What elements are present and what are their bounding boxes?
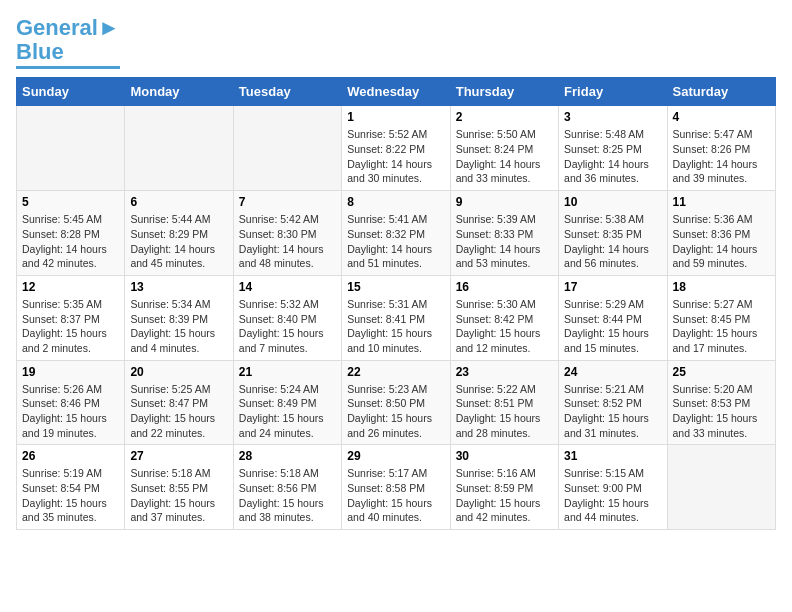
- calendar-cell: 8 Sunrise: 5:41 AMSunset: 8:32 PMDayligh…: [342, 191, 450, 276]
- header-day: Wednesday: [342, 78, 450, 106]
- calendar-cell: [667, 445, 775, 530]
- cell-info: Sunrise: 5:36 AMSunset: 8:36 PMDaylight:…: [673, 213, 758, 269]
- day-number: 17: [564, 280, 661, 294]
- calendar-week-row: 19 Sunrise: 5:26 AMSunset: 8:46 PMDaylig…: [17, 360, 776, 445]
- cell-info: Sunrise: 5:50 AMSunset: 8:24 PMDaylight:…: [456, 128, 541, 184]
- logo-text: General► Blue: [16, 16, 120, 64]
- logo-blue: Blue: [16, 39, 64, 64]
- day-number: 25: [673, 365, 770, 379]
- cell-info: Sunrise: 5:35 AMSunset: 8:37 PMDaylight:…: [22, 298, 107, 354]
- day-number: 4: [673, 110, 770, 124]
- day-number: 30: [456, 449, 553, 463]
- calendar-cell: 20 Sunrise: 5:25 AMSunset: 8:47 PMDaylig…: [125, 360, 233, 445]
- calendar-cell: 16 Sunrise: 5:30 AMSunset: 8:42 PMDaylig…: [450, 275, 558, 360]
- calendar-week-row: 12 Sunrise: 5:35 AMSunset: 8:37 PMDaylig…: [17, 275, 776, 360]
- calendar-table: SundayMondayTuesdayWednesdayThursdayFrid…: [16, 77, 776, 530]
- cell-info: Sunrise: 5:42 AMSunset: 8:30 PMDaylight:…: [239, 213, 324, 269]
- cell-info: Sunrise: 5:19 AMSunset: 8:54 PMDaylight:…: [22, 467, 107, 523]
- day-number: 29: [347, 449, 444, 463]
- header-day: Thursday: [450, 78, 558, 106]
- cell-info: Sunrise: 5:15 AMSunset: 9:00 PMDaylight:…: [564, 467, 649, 523]
- calendar-cell: 22 Sunrise: 5:23 AMSunset: 8:50 PMDaylig…: [342, 360, 450, 445]
- day-number: 27: [130, 449, 227, 463]
- day-number: 13: [130, 280, 227, 294]
- day-number: 22: [347, 365, 444, 379]
- calendar-cell: 19 Sunrise: 5:26 AMSunset: 8:46 PMDaylig…: [17, 360, 125, 445]
- calendar-cell: 6 Sunrise: 5:44 AMSunset: 8:29 PMDayligh…: [125, 191, 233, 276]
- day-number: 16: [456, 280, 553, 294]
- day-number: 20: [130, 365, 227, 379]
- day-number: 26: [22, 449, 119, 463]
- cell-info: Sunrise: 5:39 AMSunset: 8:33 PMDaylight:…: [456, 213, 541, 269]
- calendar-week-row: 5 Sunrise: 5:45 AMSunset: 8:28 PMDayligh…: [17, 191, 776, 276]
- day-number: 8: [347, 195, 444, 209]
- day-number: 23: [456, 365, 553, 379]
- day-number: 28: [239, 449, 336, 463]
- header-row: SundayMondayTuesdayWednesdayThursdayFrid…: [17, 78, 776, 106]
- cell-info: Sunrise: 5:25 AMSunset: 8:47 PMDaylight:…: [130, 383, 215, 439]
- calendar-cell: 13 Sunrise: 5:34 AMSunset: 8:39 PMDaylig…: [125, 275, 233, 360]
- cell-info: Sunrise: 5:48 AMSunset: 8:25 PMDaylight:…: [564, 128, 649, 184]
- calendar-cell: 4 Sunrise: 5:47 AMSunset: 8:26 PMDayligh…: [667, 106, 775, 191]
- day-number: 7: [239, 195, 336, 209]
- calendar-cell: 25 Sunrise: 5:20 AMSunset: 8:53 PMDaylig…: [667, 360, 775, 445]
- day-number: 2: [456, 110, 553, 124]
- calendar-cell: 29 Sunrise: 5:17 AMSunset: 8:58 PMDaylig…: [342, 445, 450, 530]
- logo-general: General: [16, 15, 98, 40]
- day-number: 9: [456, 195, 553, 209]
- cell-info: Sunrise: 5:47 AMSunset: 8:26 PMDaylight:…: [673, 128, 758, 184]
- calendar-cell: 15 Sunrise: 5:31 AMSunset: 8:41 PMDaylig…: [342, 275, 450, 360]
- calendar-cell: 28 Sunrise: 5:18 AMSunset: 8:56 PMDaylig…: [233, 445, 341, 530]
- header-day: Friday: [559, 78, 667, 106]
- day-number: 15: [347, 280, 444, 294]
- logo-underline: [16, 66, 120, 69]
- day-number: 19: [22, 365, 119, 379]
- day-number: 18: [673, 280, 770, 294]
- cell-info: Sunrise: 5:17 AMSunset: 8:58 PMDaylight:…: [347, 467, 432, 523]
- calendar-cell: [17, 106, 125, 191]
- header-day: Saturday: [667, 78, 775, 106]
- calendar-cell: 31 Sunrise: 5:15 AMSunset: 9:00 PMDaylig…: [559, 445, 667, 530]
- calendar-cell: 5 Sunrise: 5:45 AMSunset: 8:28 PMDayligh…: [17, 191, 125, 276]
- calendar-cell: 26 Sunrise: 5:19 AMSunset: 8:54 PMDaylig…: [17, 445, 125, 530]
- cell-info: Sunrise: 5:29 AMSunset: 8:44 PMDaylight:…: [564, 298, 649, 354]
- calendar-cell: 12 Sunrise: 5:35 AMSunset: 8:37 PMDaylig…: [17, 275, 125, 360]
- cell-info: Sunrise: 5:18 AMSunset: 8:55 PMDaylight:…: [130, 467, 215, 523]
- cell-info: Sunrise: 5:22 AMSunset: 8:51 PMDaylight:…: [456, 383, 541, 439]
- cell-info: Sunrise: 5:52 AMSunset: 8:22 PMDaylight:…: [347, 128, 432, 184]
- day-number: 21: [239, 365, 336, 379]
- calendar-cell: 27 Sunrise: 5:18 AMSunset: 8:55 PMDaylig…: [125, 445, 233, 530]
- calendar-cell: [125, 106, 233, 191]
- cell-info: Sunrise: 5:31 AMSunset: 8:41 PMDaylight:…: [347, 298, 432, 354]
- calendar-cell: 21 Sunrise: 5:24 AMSunset: 8:49 PMDaylig…: [233, 360, 341, 445]
- day-number: 24: [564, 365, 661, 379]
- cell-info: Sunrise: 5:21 AMSunset: 8:52 PMDaylight:…: [564, 383, 649, 439]
- cell-info: Sunrise: 5:18 AMSunset: 8:56 PMDaylight:…: [239, 467, 324, 523]
- calendar-week-row: 26 Sunrise: 5:19 AMSunset: 8:54 PMDaylig…: [17, 445, 776, 530]
- cell-info: Sunrise: 5:16 AMSunset: 8:59 PMDaylight:…: [456, 467, 541, 523]
- calendar-cell: 7 Sunrise: 5:42 AMSunset: 8:30 PMDayligh…: [233, 191, 341, 276]
- header-day: Sunday: [17, 78, 125, 106]
- cell-info: Sunrise: 5:34 AMSunset: 8:39 PMDaylight:…: [130, 298, 215, 354]
- day-number: 14: [239, 280, 336, 294]
- cell-info: Sunrise: 5:38 AMSunset: 8:35 PMDaylight:…: [564, 213, 649, 269]
- calendar-cell: 10 Sunrise: 5:38 AMSunset: 8:35 PMDaylig…: [559, 191, 667, 276]
- cell-info: Sunrise: 5:32 AMSunset: 8:40 PMDaylight:…: [239, 298, 324, 354]
- cell-info: Sunrise: 5:44 AMSunset: 8:29 PMDaylight:…: [130, 213, 215, 269]
- calendar-cell: 9 Sunrise: 5:39 AMSunset: 8:33 PMDayligh…: [450, 191, 558, 276]
- calendar-cell: 1 Sunrise: 5:52 AMSunset: 8:22 PMDayligh…: [342, 106, 450, 191]
- day-number: 31: [564, 449, 661, 463]
- cell-info: Sunrise: 5:30 AMSunset: 8:42 PMDaylight:…: [456, 298, 541, 354]
- header-day: Monday: [125, 78, 233, 106]
- day-number: 3: [564, 110, 661, 124]
- calendar-cell: 24 Sunrise: 5:21 AMSunset: 8:52 PMDaylig…: [559, 360, 667, 445]
- cell-info: Sunrise: 5:23 AMSunset: 8:50 PMDaylight:…: [347, 383, 432, 439]
- header-day: Tuesday: [233, 78, 341, 106]
- day-number: 10: [564, 195, 661, 209]
- day-number: 1: [347, 110, 444, 124]
- calendar-cell: 18 Sunrise: 5:27 AMSunset: 8:45 PMDaylig…: [667, 275, 775, 360]
- page-header: General► Blue: [16, 16, 776, 69]
- day-number: 11: [673, 195, 770, 209]
- calendar-cell: 11 Sunrise: 5:36 AMSunset: 8:36 PMDaylig…: [667, 191, 775, 276]
- calendar-cell: 2 Sunrise: 5:50 AMSunset: 8:24 PMDayligh…: [450, 106, 558, 191]
